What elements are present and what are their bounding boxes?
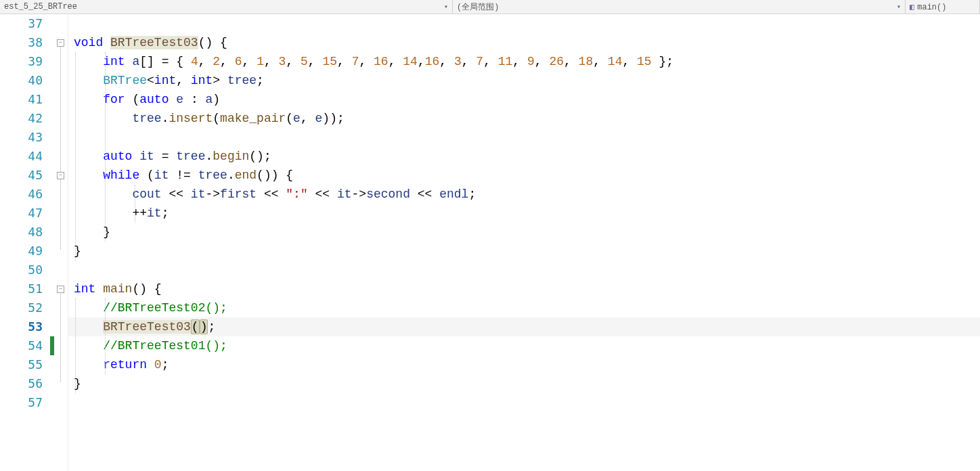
code-line[interactable]: int main() {: [68, 279, 980, 298]
fold-toggle[interactable]: −: [57, 172, 64, 179]
code-line[interactable]: for (auto e : a): [68, 90, 980, 109]
line-number: 50: [0, 261, 43, 279]
chevron-down-icon: ▾: [440, 3, 448, 11]
fold-column: −−−: [55, 14, 68, 471]
code-line[interactable]: while (it != tree.end()) {: [68, 166, 980, 185]
function-icon: ◧: [910, 3, 914, 12]
line-number: 54: [0, 336, 43, 355]
code-area[interactable]: void BRTreeTest03() { int a[] = { 4, 2, …: [68, 14, 980, 471]
code-line[interactable]: int a[] = { 4, 2, 6, 1, 3, 5, 15, 7, 16,…: [68, 52, 980, 71]
change-indicator-bar: [49, 14, 55, 471]
namespace-scope-dropdown[interactable]: (全局范围) ▾: [453, 0, 906, 14]
line-number: 46: [0, 185, 43, 204]
line-number: 53: [0, 317, 43, 336]
chevron-down-icon: ▾: [893, 3, 901, 11]
line-number: 40: [0, 71, 43, 90]
line-number: 48: [0, 223, 43, 242]
code-line[interactable]: void BRTreeTest03() {: [68, 33, 980, 52]
code-line[interactable]: }: [68, 242, 980, 261]
line-number: 49: [0, 242, 43, 261]
code-line[interactable]: //BRTreeTest01();: [68, 336, 980, 355]
line-number: 42: [0, 109, 43, 128]
code-line[interactable]: }: [68, 374, 980, 393]
code-line[interactable]: auto it = tree.begin();: [68, 147, 980, 166]
fold-toggle[interactable]: −: [57, 39, 64, 47]
code-line[interactable]: [68, 261, 980, 279]
code-line[interactable]: [68, 14, 980, 33]
code-line[interactable]: cout << it->first << ":" << it->second <…: [68, 185, 980, 204]
line-number: 37: [0, 14, 43, 33]
line-number: 43: [0, 128, 43, 147]
project-scope-dropdown[interactable]: est_5_25_BRTree ▾: [0, 0, 453, 14]
function-scope-dropdown[interactable]: ◧main(): [906, 0, 980, 14]
code-line[interactable]: [68, 128, 980, 147]
code-line[interactable]: BRTree<int, int> tree;: [68, 71, 980, 90]
line-number: 44: [0, 147, 43, 166]
line-number: 52: [0, 298, 43, 317]
code-line[interactable]: [68, 393, 980, 412]
code-editor[interactable]: 3738394041424344454647484950515253545556…: [0, 14, 980, 471]
line-number: 51: [0, 279, 43, 298]
line-number: 38: [0, 33, 43, 52]
code-line[interactable]: //BRTreeTest02();: [68, 298, 980, 317]
function-scope-content: ◧main(): [910, 2, 946, 12]
code-line[interactable]: ++it;: [68, 204, 980, 223]
line-number: 41: [0, 90, 43, 109]
project-scope-label: est_5_25_BRTree: [4, 2, 77, 12]
code-line[interactable]: tree.insert(make_pair(e, e));: [68, 109, 980, 128]
line-number: 55: [0, 355, 43, 374]
function-scope-label: main(): [917, 3, 946, 12]
line-number-gutter: 3738394041424344454647484950515253545556…: [0, 14, 49, 471]
code-line[interactable]: BRTreeTest03();: [68, 317, 980, 336]
line-number: 39: [0, 52, 43, 71]
line-number: 56: [0, 374, 43, 393]
line-number: 45: [0, 166, 43, 185]
fold-toggle[interactable]: −: [57, 286, 64, 293]
change-marker: [50, 336, 54, 355]
code-line[interactable]: return 0;: [68, 355, 980, 374]
line-number: 47: [0, 204, 43, 223]
code-line[interactable]: }: [68, 223, 980, 242]
navigation-bar: est_5_25_BRTree ▾ (全局范围) ▾ ◧main(): [0, 0, 980, 14]
namespace-scope-label: (全局范围): [457, 1, 499, 13]
line-number: 57: [0, 393, 43, 412]
